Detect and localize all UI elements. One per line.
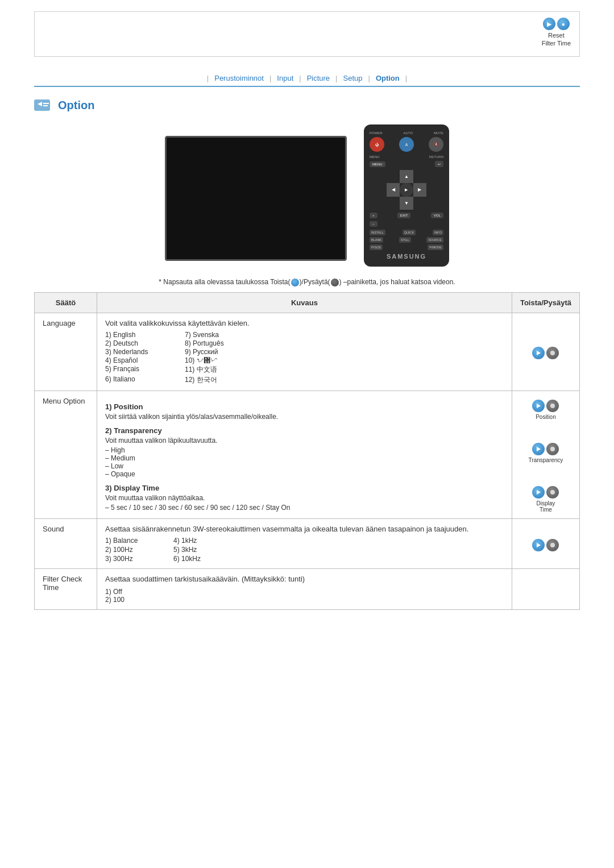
dpad-right[interactable]: ▶ — [413, 183, 426, 196]
language-pause-button[interactable] — [546, 347, 559, 359]
lang-8: 8) Português — [185, 339, 259, 347]
sound-play-cell — [512, 518, 579, 568]
svg-marker-6 — [537, 404, 541, 408]
nav-sep-6: | — [405, 74, 407, 82]
dpad-empty-br — [413, 197, 426, 210]
dpad-up[interactable]: ▲ — [400, 170, 413, 183]
install-button[interactable]: INSTALL — [370, 230, 385, 235]
lang-1: 1) English — [105, 331, 179, 339]
nav-option[interactable]: Option — [372, 74, 403, 82]
vol-btn[interactable]: VOL — [431, 213, 443, 218]
nav-picture[interactable]: Picture — [304, 74, 333, 82]
display-time-section: 3) Display Time Voit muuttaa valikon näy… — [105, 484, 504, 512]
lang-11: 11) 中文语 — [185, 365, 259, 375]
dpad-center[interactable]: ▶ — [400, 183, 413, 196]
vol-minus-button[interactable]: − — [370, 221, 377, 227]
nav-bar: | Perustoiminnot | Input | Picture | Set… — [34, 74, 580, 87]
sound-play-button[interactable] — [532, 539, 545, 551]
vol-plus-button[interactable]: + — [370, 213, 377, 218]
auto-button[interactable]: A — [399, 137, 414, 152]
svg-point-7 — [550, 404, 555, 408]
position-play-label: Position — [520, 414, 571, 420]
nav-sep-3: | — [299, 74, 301, 82]
nav-input[interactable]: Input — [273, 74, 297, 82]
filter-check-desc-main: Asettaa suodattimen tarkistusaikaääväin.… — [105, 575, 504, 583]
menu-option-label: Menu Option — [35, 391, 97, 518]
filter-time-icon: ● — [557, 18, 570, 30]
return-label: RETURN — [429, 155, 443, 159]
return-button[interactable]: ↩ — [435, 161, 443, 167]
content-table: Säätö Kuvaus Toista/Pysäytä Language Voi… — [34, 292, 580, 610]
display-time-play-button[interactable] — [532, 486, 545, 499]
position-play-button[interactable] — [532, 400, 545, 412]
lang-7: 7) Svenska — [185, 331, 259, 339]
blank-button[interactable]: BLANK — [370, 237, 383, 243]
exit-button[interactable]: EXIT — [397, 213, 410, 218]
display-time-options: – 5 sec / 10 sec / 30 sec / 60 sec / 90 … — [105, 504, 504, 512]
transparency-low: – Low — [105, 462, 504, 470]
page-title: Option — [58, 99, 94, 112]
position-play-pair — [520, 400, 571, 412]
transparency-pause-button[interactable] — [546, 443, 559, 455]
filter-check-desc: Asettaa suodattimen tarkistusaikaääväin.… — [97, 568, 512, 609]
power-button[interactable]: ⏻ — [370, 137, 384, 152]
sound-play-pair — [520, 539, 571, 551]
svg-marker-12 — [537, 543, 541, 547]
dpad-empty-tl — [387, 170, 400, 183]
language-grid: 1) English 7) Svenska 2) Deutsch 8) Port… — [105, 331, 504, 385]
table-row-filter-check: Filter Check Time Asettaa suodattimen ta… — [35, 568, 580, 609]
mute-button[interactable]: 🔇 — [429, 137, 443, 152]
lang-5: 5) Français — [105, 365, 179, 375]
transparency-desc: Voit muuttaa valikon läpikuultavuutta. — [105, 437, 504, 445]
nav-setup[interactable]: Setup — [340, 74, 366, 82]
display-time-title: 3) Display Time — [105, 484, 504, 492]
table-row-menu-option: Menu Option 1) Position Voit siirtää val… — [35, 391, 580, 518]
pmode-button[interactable]: P/MODE — [428, 244, 443, 250]
sound-pause-button[interactable] — [546, 539, 559, 551]
position-pause-button[interactable] — [546, 400, 559, 412]
quick-button[interactable]: QUICK — [403, 230, 416, 235]
display-time-pause-button[interactable] — [546, 486, 559, 499]
top-header: ▶ ● Reset Filter Time — [34, 11, 580, 57]
reset-icon: ▶ — [543, 18, 555, 30]
language-play-button[interactable] — [532, 347, 545, 359]
psize-button[interactable]: P/SIZE — [370, 244, 383, 250]
nav-perustoiminnot[interactable]: Perustoiminnot — [211, 74, 267, 82]
lang-4: 4) Español — [105, 356, 179, 364]
main-visual: POWER AUTO MUTE ⏻ A 🔇 MENU RETURN MENU ↩… — [34, 124, 580, 267]
pause-icon-note — [331, 279, 339, 286]
filter-check-label: Filter Check Time — [35, 568, 97, 609]
reset-filter-button[interactable]: ▶ ● Reset Filter Time — [542, 18, 571, 48]
transparency-play-area: Transparency — [520, 443, 571, 463]
still-button[interactable]: STILL — [399, 237, 411, 243]
svg-point-5 — [550, 351, 555, 355]
svg-point-9 — [550, 447, 555, 451]
source-button[interactable]: SOURCE — [426, 237, 443, 243]
tv-screen — [165, 136, 347, 261]
filter-check-off: 1) Off — [105, 588, 504, 596]
transparency-play-label: Transparency — [520, 457, 571, 463]
language-play-cell — [512, 313, 579, 391]
filter-check-100: 2) 100 — [105, 596, 504, 604]
menu-label: MENU — [370, 155, 380, 159]
info-note: * Napsauta alla olevassa taulukossa Tois… — [34, 278, 580, 286]
sound-4: 4) 1kHz — [173, 537, 230, 545]
col-header-toista: Toista/Pysäytä — [512, 292, 579, 313]
menu-button[interactable]: MENU — [370, 161, 385, 167]
svg-point-13 — [550, 543, 555, 547]
transparency-play-button[interactable] — [532, 443, 545, 455]
table-row-sound: Sound Asettaa sisäänrakennetun 3W-stereo… — [35, 518, 580, 568]
dpad-left[interactable]: ◀ — [387, 183, 400, 196]
svg-point-11 — [550, 490, 555, 495]
svg-marker-8 — [537, 447, 541, 451]
dpad-empty-tr — [413, 170, 426, 183]
lang-10: 10) ᜀ᜘ᜆ — [185, 356, 259, 364]
info-button[interactable]: INFO — [433, 230, 443, 235]
position-desc: Voit siirtää valikon sijaintia ylös/alas… — [105, 413, 504, 421]
remote-control: POWER AUTO MUTE ⏻ A 🔇 MENU RETURN MENU ↩… — [364, 124, 449, 267]
power-label: POWER — [370, 131, 383, 135]
dpad-down[interactable]: ▼ — [400, 197, 413, 210]
option-page-icon — [34, 97, 52, 113]
dpad: ▲ ◀ ▶ ▶ ▼ — [387, 170, 426, 210]
sound-2: 2) 100Hz — [105, 546, 162, 554]
